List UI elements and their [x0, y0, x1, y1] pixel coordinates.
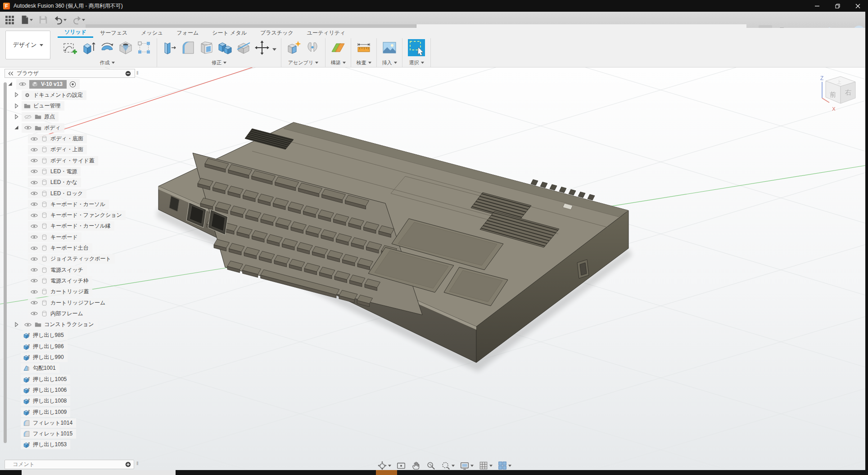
expander-open-icon[interactable] [14, 125, 19, 130]
eye-icon[interactable] [24, 125, 32, 130]
hole-button[interactable] [118, 40, 134, 58]
eye-icon[interactable] [30, 300, 38, 305]
ribbon-group-label[interactable]: 選択 [407, 59, 426, 66]
timeline-segment-light[interactable] [22, 470, 176, 475]
extrude-feature-icon [23, 376, 30, 383]
redo-button[interactable] [70, 13, 87, 26]
expander-closed-icon[interactable] [14, 92, 19, 98]
ribbon-group-label[interactable]: 修正 [162, 59, 276, 66]
eye-icon[interactable] [30, 213, 38, 218]
ribbon-tab-inactive[interactable]: メッシュ [134, 28, 170, 38]
eye-icon[interactable] [30, 267, 38, 273]
ribbon-group-label[interactable]: アセンブリ [286, 59, 321, 66]
revolve-button[interactable] [99, 40, 115, 58]
body-front-face [158, 186, 476, 363]
extrude-button[interactable] [81, 40, 97, 58]
new-component-button[interactable] [286, 40, 302, 58]
file-button[interactable] [18, 13, 35, 26]
expander-open-icon[interactable] [7, 81, 13, 87]
expander-closed-icon[interactable] [14, 114, 19, 120]
pattern-icon [136, 40, 152, 55]
eye-icon[interactable] [30, 224, 38, 229]
ribbon-group-label[interactable]: 構築 [330, 59, 346, 66]
eye-icon[interactable] [30, 191, 38, 196]
measure-button[interactable] [356, 40, 372, 58]
workspace-selector[interactable]: デザイン [5, 31, 50, 59]
browser-item-label: 押し出し1005 [33, 376, 67, 383]
zoom-window-button[interactable] [440, 460, 456, 470]
restore-icon[interactable] [827, 0, 848, 12]
eye-icon[interactable] [30, 136, 38, 142]
press-pull-button[interactable] [162, 40, 178, 58]
collapse-panel-icon[interactable] [8, 71, 14, 76]
timeline-bar[interactable] [0, 470, 868, 475]
construction-plane-button[interactable] [330, 40, 346, 58]
ribbon-group-label[interactable]: 作成 [62, 59, 152, 66]
eye-icon[interactable] [30, 278, 38, 283]
display-settings-icon [460, 461, 470, 470]
comment-input[interactable]: コメント [5, 460, 134, 469]
viewports-button[interactable] [497, 460, 512, 470]
eye-icon[interactable] [30, 289, 38, 295]
insert-image-button[interactable] [381, 40, 398, 58]
move-copy-button[interactable] [254, 40, 270, 58]
browser-scrollbar[interactable] [4, 82, 7, 443]
ribbon-group-label[interactable]: 挿入 [381, 59, 398, 66]
app-grid-button[interactable] [3, 13, 16, 26]
create-sketch-button[interactable] [62, 40, 78, 58]
minimize-icon[interactable] [807, 0, 827, 12]
select-window-button[interactable] [407, 38, 426, 59]
panel-grip[interactable]: ‖ [136, 70, 139, 76]
minus-circle-icon[interactable] [125, 71, 131, 76]
eye-icon[interactable] [30, 234, 38, 240]
look-at-button[interactable] [395, 460, 407, 470]
caret-down-icon [272, 48, 276, 51]
save-button[interactable] [36, 13, 50, 26]
combine-button[interactable] [217, 40, 233, 58]
eye-icon[interactable] [30, 202, 38, 207]
ribbon-tab-inactive[interactable]: サーフェス [93, 28, 134, 38]
extrude-icon [81, 40, 96, 55]
group-more-button[interactable] [272, 45, 276, 53]
grid-settings-button[interactable] [478, 460, 493, 470]
eye-icon[interactable] [30, 180, 38, 185]
eye-icon[interactable] [30, 158, 38, 163]
collapse-panel-icon [8, 71, 14, 76]
eye-icon[interactable] [30, 311, 38, 316]
ribbon-tab-active[interactable]: ソリッド [58, 28, 93, 38]
orbit-button[interactable] [376, 460, 392, 470]
split-body-button[interactable] [235, 40, 252, 58]
model-v10[interactable] [157, 122, 632, 372]
ribbon-group-label[interactable]: 検査 [356, 59, 372, 66]
eye-icon[interactable] [18, 81, 27, 87]
ribbon-tab-inactive[interactable]: シート メタル [205, 28, 253, 38]
joint-button[interactable] [304, 40, 321, 58]
undo-button[interactable] [52, 13, 68, 26]
ribbon-tab-inactive[interactable]: ユーティリティ [300, 28, 353, 38]
zoom-button[interactable] [425, 460, 437, 470]
expander-closed-icon[interactable] [14, 103, 19, 109]
pan-button[interactable] [410, 460, 422, 470]
ribbon-tab-inactive[interactable]: フォーム [170, 28, 205, 38]
display-settings-button[interactable] [459, 460, 475, 470]
pattern-button[interactable] [136, 40, 152, 58]
eye-icon[interactable] [30, 246, 38, 251]
fillet-button[interactable] [180, 40, 196, 58]
radio-selected-icon[interactable] [69, 81, 76, 88]
shell-button[interactable] [199, 40, 215, 58]
ribbed-vent-a [471, 193, 531, 221]
expander-closed-icon[interactable] [14, 322, 19, 327]
ribbon-tab-inactive[interactable]: プラスチック [253, 28, 300, 38]
eye-icon[interactable] [24, 322, 32, 327]
viewports-icon [497, 461, 507, 470]
combine-icon [217, 40, 233, 55]
viewport-canvas[interactable]: ブラウザ ‖ V-10 v13ドキュメントの設定ビュー管理原点ボディボディ・底面… [0, 67, 868, 470]
timeline-segment-orange[interactable] [376, 470, 397, 475]
view-cube[interactable]: Z 上 前 右 X [816, 71, 865, 114]
plus-circle-icon[interactable] [125, 462, 131, 467]
eye-icon[interactable] [30, 169, 38, 174]
eye-icon[interactable] [30, 256, 38, 262]
eye-icon[interactable] [30, 147, 38, 152]
eye-off-icon[interactable] [24, 114, 32, 120]
panel-grip[interactable]: ‖ [136, 461, 139, 466]
